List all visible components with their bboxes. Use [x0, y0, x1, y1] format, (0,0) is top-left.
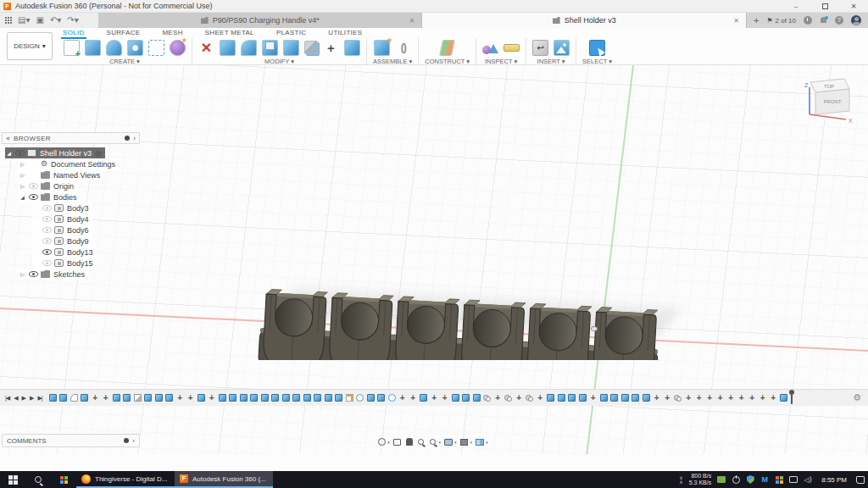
visibility-eye-icon[interactable] [15, 150, 25, 156]
revolve-icon[interactable] [106, 40, 122, 56]
align-icon[interactable] [344, 40, 360, 56]
timeline-copy-icon[interactable] [483, 394, 491, 402]
skip-start-button[interactable]: |◀ [5, 395, 9, 402]
tree-item-document-settings[interactable]: ▷⚙Document Settings [2, 158, 140, 169]
timeline-move-icon[interactable] [706, 394, 714, 402]
play-button[interactable]: ▶ [22, 395, 25, 402]
timeline-move-icon[interactable] [92, 394, 99, 402]
timeline-extrude-icon[interactable] [780, 394, 787, 402]
hole-icon[interactable] [127, 40, 143, 56]
timeline-extrude-icon[interactable] [303, 394, 311, 402]
comments-options-icon[interactable] [124, 438, 129, 443]
timeline-move-icon[interactable] [759, 394, 766, 402]
timeline-extrude-icon[interactable] [579, 394, 587, 402]
tab-charging-handle[interactable]: P90/PS90 Charging Handle v4* ✕ [98, 13, 422, 28]
timeline-extrude-icon[interactable] [377, 394, 385, 402]
expander-icon[interactable]: ▷ [19, 183, 26, 189]
tree-item-origin[interactable]: ▷Origin [2, 180, 140, 191]
timeline-extrude-icon[interactable] [600, 394, 608, 402]
timeline-move-icon[interactable] [737, 394, 745, 402]
toolbar-group-label[interactable]: SELECT ▾ [582, 58, 612, 65]
model-shell-holder[interactable] [253, 208, 685, 360]
visibility-eye-icon[interactable] [29, 194, 38, 200]
timeline-extrude-icon[interactable] [113, 394, 120, 402]
select-icon[interactable] [589, 40, 605, 56]
tab-shell-holder[interactable]: Shell Holder v3 ✕ [422, 13, 746, 28]
timeline-fillet-icon[interactable] [70, 394, 78, 402]
delete-icon[interactable]: ✕ [198, 40, 214, 56]
timeline-playhead[interactable] [791, 392, 793, 404]
taskbar-search-button[interactable] [25, 471, 51, 488]
timeline-extrude-icon[interactable] [335, 394, 342, 402]
expander-icon[interactable]: ▷ [19, 161, 26, 167]
toolbar-group-label[interactable]: CONSTRUCT ▾ [425, 58, 470, 65]
form-icon[interactable] [170, 40, 186, 56]
timeline-extrude-icon[interactable] [155, 394, 163, 402]
tree-item-shell-holder-v3[interactable]: ◢Shell Holder v3◎ [2, 147, 140, 158]
browser-options-icon[interactable] [125, 136, 130, 141]
timeline-move-icon[interactable] [695, 394, 703, 402]
nav-pan-button[interactable] [404, 437, 415, 447]
ribbon-tab-plastic[interactable]: PLASTIC [275, 28, 308, 37]
timeline-extrude-icon[interactable] [632, 394, 639, 402]
chevron-down-icon[interactable]: ▾ [454, 440, 457, 445]
tree-item-body13[interactable]: Body13 [2, 247, 140, 258]
tree-item-body6[interactable]: Body6 [2, 225, 140, 236]
hidden-icons-chevron[interactable]: ∨∧ [679, 475, 682, 484]
timeline-copy-icon[interactable] [504, 394, 512, 402]
chevron-down-icon[interactable]: ▾ [387, 440, 390, 445]
fillet-icon[interactable] [241, 40, 257, 56]
timeline-move-icon[interactable] [664, 394, 671, 402]
timeline-move-icon[interactable] [653, 394, 660, 402]
visibility-eye-icon[interactable] [29, 271, 38, 277]
notifications-icon[interactable] [820, 17, 827, 25]
ribbon-tab-surface[interactable]: SURFACE [105, 28, 142, 37]
timeline-extrude-icon[interactable] [261, 394, 269, 402]
timeline-extrude-icon[interactable] [462, 394, 470, 402]
timeline-pattern-icon[interactable] [388, 394, 396, 402]
timeline-extrude-icon[interactable] [325, 394, 332, 402]
timeline-extrude-icon[interactable] [621, 394, 629, 402]
chevron-down-icon[interactable]: ▾ [439, 440, 442, 445]
chevron-down-icon[interactable]: ▾ [470, 440, 473, 445]
step-forward-button[interactable]: ▶ [30, 395, 33, 402]
ribbon-tab-utilities[interactable]: UTILITIES [326, 28, 364, 37]
ruler-icon[interactable] [504, 44, 520, 52]
timeline-extrude-icon[interactable] [568, 394, 576, 402]
timeline-move-icon[interactable] [186, 394, 194, 402]
timeline-extrude-icon[interactable] [81, 394, 88, 402]
timeline-extrude-icon[interactable] [144, 394, 152, 402]
job-history-icon[interactable] [804, 16, 812, 25]
timeline-move-icon[interactable] [431, 394, 438, 402]
save-icon[interactable]: ▣ [36, 16, 43, 25]
panel-resize-icon[interactable]: › [133, 135, 136, 142]
minimize-button[interactable]: – [782, 0, 810, 12]
timeline-move-icon[interactable] [748, 394, 756, 402]
origin-point[interactable] [591, 326, 598, 331]
volume-tray-icon[interactable]: ◁) [804, 475, 812, 484]
timeline-extrude-icon[interactable] [271, 394, 279, 402]
shell-icon[interactable] [262, 40, 278, 56]
timeline-extrude-icon[interactable] [643, 394, 650, 402]
tree-item-body9[interactable]: Body9 [2, 236, 140, 247]
timeline-move-icon[interactable] [398, 394, 406, 402]
gpu-tray-icon[interactable] [717, 475, 726, 484]
press-pull-icon[interactable] [220, 40, 236, 56]
timeline-sketch-icon[interactable] [346, 394, 353, 402]
timeline-extrude-icon[interactable] [473, 394, 481, 402]
timeline-copy-icon[interactable] [674, 394, 682, 402]
security-tray-icon[interactable] [746, 475, 754, 484]
timeline-extrude-icon[interactable] [198, 394, 205, 402]
timeline-move-icon[interactable] [537, 394, 544, 402]
help-icon[interactable]: ? [835, 16, 843, 25]
visibility-eye-icon[interactable] [42, 238, 52, 244]
activate-component-icon[interactable]: ◎ [95, 149, 102, 158]
timeline-extrude-icon[interactable] [229, 394, 236, 402]
timeline-move-icon[interactable] [494, 394, 502, 402]
timeline-move-icon[interactable] [208, 394, 215, 402]
visibility-eye-icon[interactable] [29, 183, 38, 189]
timeline-extrude-icon[interactable] [367, 394, 375, 402]
canvas-icon[interactable] [554, 40, 570, 56]
expander-icon[interactable]: ◢ [5, 150, 13, 156]
toolbar-group-label[interactable]: INSPECT ▾ [485, 58, 517, 65]
